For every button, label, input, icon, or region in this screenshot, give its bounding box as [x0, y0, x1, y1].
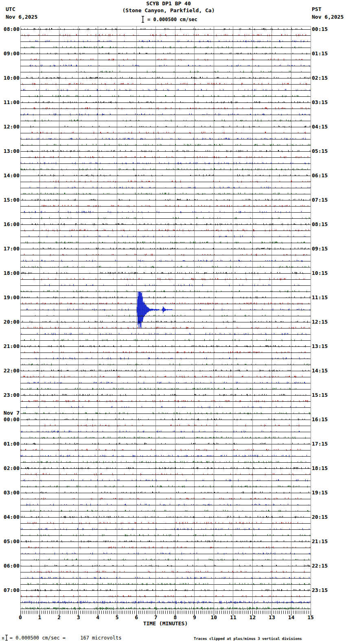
x-axis-tick-label: 6: [128, 614, 145, 620]
utc-hour-label: 00:00: [0, 416, 20, 422]
utc-hour-label: 17:00: [0, 246, 20, 252]
pst-hour-label: 12:15: [312, 319, 328, 325]
pst-hour-label: 15:15: [312, 392, 328, 398]
pst-hour-label: 19:15: [312, 490, 328, 496]
seismogram-plot: [0, 0, 346, 644]
utc-hour-label: 19:00: [0, 294, 20, 300]
x-axis-tick-label: 14: [283, 614, 300, 620]
utc-hour-label: 11:00: [0, 99, 20, 105]
pst-hour-label: 06:15: [312, 172, 328, 178]
utc-hour-label: 13:00: [0, 148, 20, 154]
utc-hour-label: 04:00: [0, 514, 20, 520]
pst-hour-label: 20:15: [312, 514, 328, 520]
utc-hour-label: 05:00: [0, 538, 20, 544]
utc-hour-label: 23:00: [0, 392, 20, 398]
clip-note: Traces clipped at plus/minus 3 vertical …: [194, 637, 302, 641]
pst-hour-label: 02:15: [312, 75, 328, 81]
x-axis-tick-label: 11: [225, 614, 241, 620]
utc-hour-label: 20:00: [0, 319, 20, 325]
x-axis-tick-label: 9: [186, 614, 203, 620]
x-axis-tick-label: 4: [90, 614, 106, 620]
pst-hour-label: 03:15: [312, 99, 328, 105]
pst-hour-label: 13:15: [312, 343, 328, 349]
pst-hour-label: 17:15: [312, 441, 328, 447]
utc-hour-label: 06:00: [0, 563, 20, 569]
x-axis-tick-label: 15: [302, 614, 319, 620]
utc-hour-label: 07:00: [0, 587, 20, 593]
pst-hour-label: 18:15: [312, 465, 328, 471]
utc-hour-label: 15:00: [0, 197, 20, 203]
pst-hour-label: 21:15: [312, 538, 328, 544]
utc-hour-label: 16:00: [0, 221, 20, 227]
x-axis-tick-label: 8: [167, 614, 183, 620]
footer-scale-bar-icon: [5, 635, 8, 641]
x-axis-tick-label: 12: [244, 614, 261, 620]
day-break-label: Nov 7: [0, 410, 20, 416]
pst-hour-label: 16:15: [312, 416, 328, 422]
pst-hour-label: 05:15: [312, 148, 328, 154]
x-axis-tick-label: 5: [109, 614, 125, 620]
utc-hour-label: 12:00: [0, 124, 20, 130]
utc-hour-label: 21:00: [0, 343, 20, 349]
utc-hour-label: 18:00: [0, 270, 20, 276]
footer-scale-note: M = 0.000500 cm/sec = 167 microvolts: [2, 635, 121, 641]
utc-hour-label: 01:00: [0, 441, 20, 447]
x-axis-tick-label: 13: [264, 614, 280, 620]
pst-hour-label: 01:15: [312, 50, 328, 57]
pst-hour-label: 00:15: [312, 26, 328, 32]
footer-m-glyph: M: [2, 637, 4, 641]
pst-hour-label: 10:15: [312, 270, 328, 276]
x-axis-tick-label: 3: [70, 614, 87, 620]
x-axis-tick-label: 0: [12, 614, 28, 620]
utc-hour-label: 22:00: [0, 368, 20, 374]
pst-hour-label: 07:15: [312, 197, 328, 203]
utc-hour-label: 08:00: [0, 26, 20, 32]
x-axis-tick-label: 10: [206, 614, 222, 620]
pst-hour-label: 14:15: [312, 368, 328, 374]
pst-hour-label: 09:15: [312, 246, 328, 252]
pst-hour-label: 08:15: [312, 221, 328, 227]
x-axis-tick-label: 7: [148, 614, 164, 620]
helicorder-page: SCYB DP1 BP 40 (Stone Canyon, Parkfield,…: [0, 0, 346, 644]
utc-hour-label: 02:00: [0, 465, 20, 471]
utc-hour-label: 14:00: [0, 172, 20, 178]
x-axis-tick-label: 2: [51, 614, 67, 620]
x-axis-tick-label: 1: [32, 614, 48, 620]
pst-hour-label: 22:15: [312, 563, 328, 569]
pst-hour-label: 11:15: [312, 294, 328, 300]
utc-hour-label: 09:00: [0, 50, 20, 57]
footer-scale-text: = 0.000500 cm/sec = 167 microvolts: [10, 635, 122, 641]
x-axis-title: TIME (MINUTES): [20, 620, 311, 627]
utc-hour-label: 03:00: [0, 490, 20, 496]
utc-hour-label: 10:00: [0, 75, 20, 81]
pst-hour-label: 04:15: [312, 124, 328, 130]
pst-hour-label: 23:15: [312, 587, 328, 593]
